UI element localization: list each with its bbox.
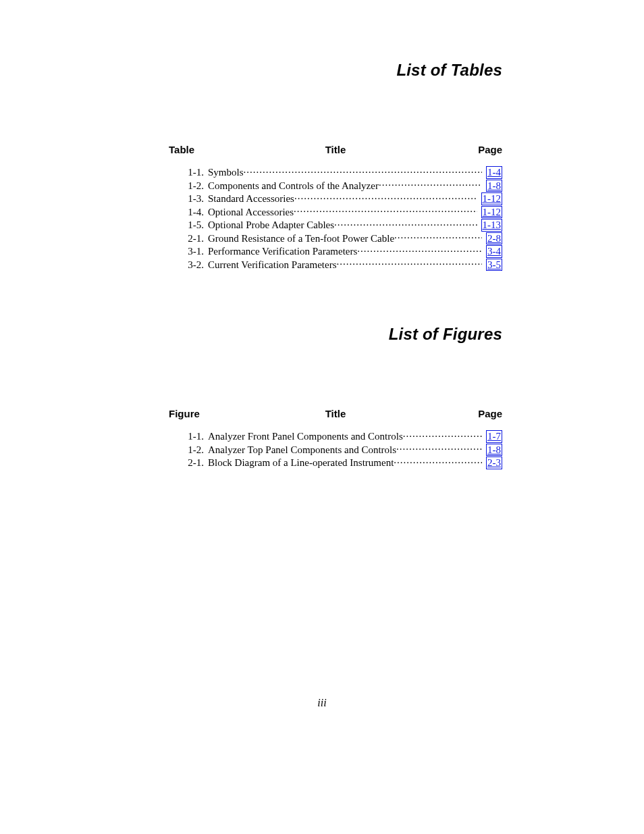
entry-number: 3-1. <box>169 245 208 258</box>
entry-number: 3-2. <box>169 259 208 271</box>
toc-entry: 1-1. Symbols 1-4 <box>169 165 502 179</box>
leader-dots <box>403 429 482 440</box>
figures-entries: 1-1. Analyzer Front Panel Components and… <box>169 429 502 469</box>
entry-title: Analyzer Front Panel Components and Cont… <box>208 430 403 443</box>
tables-header-left: Table <box>169 144 194 155</box>
tables-entries: 1-1. Symbols 1-4 1-2. Components and Con… <box>169 165 502 271</box>
figures-header-title: Title <box>325 408 346 419</box>
leader-dots <box>244 165 482 176</box>
page-number: iii <box>0 697 644 709</box>
entry-title: Components and Controls of the Analyzer <box>208 180 379 192</box>
entry-number: 2-1. <box>169 232 208 245</box>
entry-title: Optional Probe Adapter Cables <box>208 219 334 232</box>
entry-page-link[interactable]: 1-8 <box>486 180 502 192</box>
entry-page-link[interactable]: 2-3 <box>486 457 502 469</box>
toc-entry: 1-2. Components and Controls of the Anal… <box>169 179 502 192</box>
entry-page-link[interactable]: 1-7 <box>486 430 502 443</box>
entry-title: Optional Accessories <box>208 206 294 219</box>
entry-page-link[interactable]: 1-12 <box>481 206 503 219</box>
figures-header-row: Figure Title Page <box>169 408 502 423</box>
toc-entry: 2-1. Ground Resistance of a Ten-foot Pow… <box>169 232 502 245</box>
leader-dots <box>379 179 482 189</box>
entry-title: Standard Accessories <box>208 192 294 205</box>
figures-header-page: Page <box>478 408 502 419</box>
leader-dots <box>396 443 482 453</box>
leader-dots <box>337 258 483 268</box>
entry-number: 1-1. <box>169 166 208 179</box>
entry-number: 1-5. <box>169 219 208 232</box>
section-title-figures: List of Figures <box>169 325 502 344</box>
leader-dots <box>294 205 477 215</box>
toc-entry: 1-5. Optional Probe Adapter Cables 1-13 <box>169 218 502 232</box>
entry-title: Block Diagram of a Line-operated Instrum… <box>208 457 394 469</box>
toc-entry: 2-1. Block Diagram of a Line-operated In… <box>169 456 502 469</box>
toc-entry: 3-2. Current Verification Parameters 3-5 <box>169 258 502 271</box>
entry-page-link[interactable]: 1-12 <box>481 192 503 205</box>
document-page: List of Tables Table Title Page 1-1. Sym… <box>0 0 644 510</box>
leader-dots <box>394 456 482 466</box>
toc-entry: 3-1. Performance Verification Parameters… <box>169 244 502 258</box>
entry-page-link[interactable]: 1-13 <box>481 219 503 232</box>
entry-page-link[interactable]: 3-4 <box>486 245 502 258</box>
section-title-tables: List of Tables <box>169 61 502 80</box>
leader-dots <box>294 192 477 202</box>
entry-number: 1-4. <box>169 206 208 219</box>
entry-title: Performance Verification Parameters <box>208 245 357 258</box>
entry-title: Ground Resistance of a Ten-foot Power Ca… <box>208 232 394 245</box>
toc-entry: 1-1. Analyzer Front Panel Components and… <box>169 429 502 443</box>
entry-number: 1-2. <box>169 444 208 457</box>
entry-page-link[interactable]: 2-8 <box>486 232 502 245</box>
entry-number: 2-1. <box>169 457 208 469</box>
entry-title: Analyzer Top Panel Components and Contro… <box>208 444 396 457</box>
toc-entry: 1-3. Standard Accessories 1-12 <box>169 192 502 205</box>
entry-number: 1-2. <box>169 180 208 192</box>
entry-page-link[interactable]: 1-8 <box>486 444 502 457</box>
leader-dots <box>394 232 482 242</box>
entry-title: Symbols <box>208 166 244 179</box>
leader-dots <box>334 218 477 228</box>
tables-header-page: Page <box>478 144 502 155</box>
figures-header-left: Figure <box>169 408 200 419</box>
tables-header-row: Table Title Page <box>169 144 502 159</box>
entry-number: 1-3. <box>169 192 208 205</box>
entry-page-link[interactable]: 1-4 <box>486 166 502 179</box>
leader-dots <box>357 244 482 255</box>
tables-header-title: Title <box>325 144 346 155</box>
toc-entry: 1-2. Analyzer Top Panel Components and C… <box>169 443 502 457</box>
entry-title: Current Verification Parameters <box>208 259 337 271</box>
entry-page-link[interactable]: 3-5 <box>486 259 502 271</box>
entry-number: 1-1. <box>169 430 208 443</box>
toc-entry: 1-4. Optional Accessories 1-12 <box>169 205 502 219</box>
